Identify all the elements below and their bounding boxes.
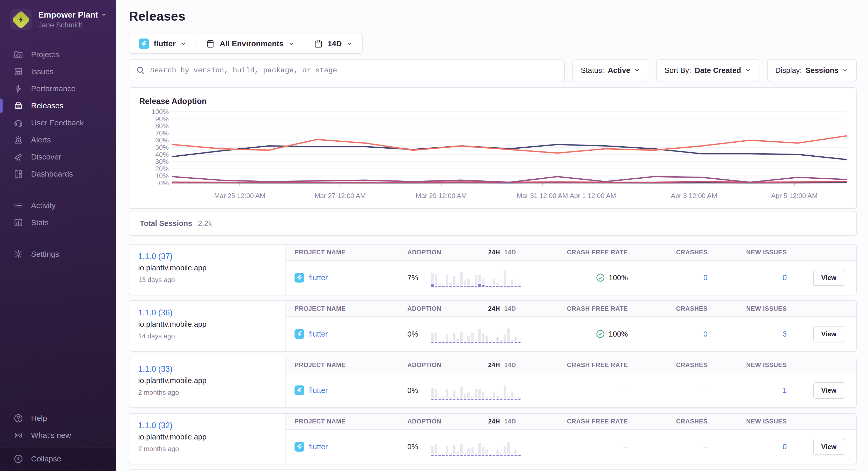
sidebar-item-user-feedback[interactable]: User Feedback — [0, 114, 116, 131]
view-button[interactable]: View — [813, 270, 844, 286]
sidebar-item-projects[interactable]: Projects — [0, 46, 116, 63]
project-link[interactable]: flutter — [309, 386, 328, 395]
environment-filter[interactable]: All Environments — [196, 34, 304, 53]
svg-text:Apr 1 12:00 AM: Apr 1 12:00 AM — [569, 192, 616, 200]
column-project-name: Project Name — [286, 361, 407, 369]
toggle-24h[interactable]: 24H — [488, 249, 500, 256]
sort-by-dropdown[interactable]: Sort By: Date Created — [656, 60, 759, 81]
column-adoption: Adoption — [407, 249, 441, 256]
release-table-row: flutter 0% — [286, 430, 856, 464]
project-link[interactable]: flutter — [309, 273, 328, 282]
flutter-icon — [294, 273, 304, 282]
sidebar-item-discover[interactable]: Discover — [0, 148, 116, 165]
view-button[interactable]: View — [813, 326, 844, 342]
crashes-cell: 0 — [628, 330, 708, 338]
sidebar-item-alerts[interactable]: Alerts — [0, 131, 116, 148]
chevron-down-icon — [288, 41, 294, 47]
svg-text:60%: 60% — [155, 136, 169, 144]
release-info: 1.1.0 (36) io.planttv.mobile.app 14 days… — [129, 301, 286, 351]
sparkline-bar — [438, 454, 441, 456]
sidebar-item-activity[interactable]: Activity — [0, 197, 116, 214]
release-version-link[interactable]: 1.1.0 (37) — [138, 252, 285, 261]
sparkline-bar — [482, 392, 485, 400]
column-project-name: Project Name — [286, 249, 407, 256]
project-filter[interactable]: flutter — [129, 34, 196, 53]
project-link[interactable]: flutter — [309, 443, 328, 451]
spark-range-toggle: 24H 14D — [488, 361, 516, 369]
crashes-cell: 0 — [628, 273, 708, 282]
sparkline-bar — [482, 447, 485, 456]
new-issues-link[interactable]: 0 — [783, 273, 787, 282]
release-version-link[interactable]: 1.1.0 (32) — [138, 421, 285, 430]
display-dropdown[interactable]: Display: Sessions — [767, 60, 857, 81]
sort-label: Sort By: — [664, 66, 691, 75]
status-dropdown[interactable]: Status: Active — [572, 60, 648, 81]
sparkline-bar — [504, 446, 506, 456]
search-input[interactable] — [150, 66, 557, 74]
release-adoption-panel: Release Adoption 0%10%20%30%40%50%60%70%… — [129, 88, 857, 209]
sparkline-bar — [467, 448, 470, 456]
column-crash-free-rate: Crash Free Rate — [516, 249, 628, 256]
sidebar-item-label: Collapse — [31, 455, 61, 463]
toggle-24h[interactable]: 24H — [488, 305, 500, 312]
sidebar-item-collapse[interactable]: Collapse — [0, 450, 116, 467]
release-table-header: Project Name Adoption 24H 14D Crash Free… — [286, 244, 856, 261]
sidebar-item-help[interactable]: Help — [0, 410, 116, 427]
crash-free-rate-cell: – — [516, 443, 628, 451]
sparkline-bar — [493, 341, 495, 343]
sidebar-item-dashboards[interactable]: Dashboards — [0, 165, 116, 182]
sparkline-bar — [500, 340, 503, 343]
new-issues-link[interactable]: 1 — [783, 386, 787, 395]
release-card: 1.1.0 (33) io.planttv.mobile.app 2 month… — [129, 357, 857, 408]
sidebar-item-label: Alerts — [31, 135, 51, 144]
crashes-cell: – — [628, 443, 708, 451]
toggle-14d[interactable]: 14D — [504, 249, 516, 256]
column-new-issues: New Issues — [708, 361, 787, 369]
sparkline-bar — [496, 396, 499, 400]
toggle-24h[interactable]: 24H — [488, 361, 500, 369]
activity-icon — [13, 201, 23, 210]
sidebar-item-whats-new[interactable]: What's new — [0, 427, 116, 444]
svg-text:90%: 90% — [155, 115, 169, 123]
view-button[interactable]: View — [813, 439, 844, 455]
new-issues-link[interactable]: 0 — [783, 443, 787, 451]
sidebar-item-performance[interactable]: Performance — [0, 80, 116, 97]
sidebar-item-releases[interactable]: Releases — [0, 97, 116, 114]
column-new-issues: New Issues — [708, 418, 787, 425]
release-card-partial — [129, 469, 857, 471]
new-issues-link[interactable]: 3 — [783, 330, 787, 338]
sparkline-bar — [478, 275, 481, 287]
crashes-link[interactable]: 0 — [704, 273, 708, 282]
date-range-filter[interactable]: 14D — [304, 34, 362, 53]
view-button[interactable]: View — [813, 382, 844, 399]
toggle-14d[interactable]: 14D — [504, 305, 516, 312]
sparkline-bar — [442, 341, 444, 343]
crashes-link[interactable]: 0 — [704, 330, 708, 338]
toggle-14d[interactable]: 14D — [504, 361, 516, 369]
sparkline-bar — [460, 272, 463, 287]
flutter-icon — [294, 329, 304, 339]
column-adoption: Adoption — [407, 305, 441, 312]
sidebar-item-settings[interactable]: Settings — [0, 245, 116, 263]
sidebar-item-issues[interactable]: Issues — [0, 63, 116, 80]
total-sessions-bar: Total Sessions 2.2k — [129, 211, 857, 236]
column-adoption: Adoption — [407, 418, 441, 425]
settings-icon — [13, 249, 23, 259]
svg-text:Mar 27 12:00 AM: Mar 27 12:00 AM — [314, 192, 366, 200]
sidebar-item-stats[interactable]: Stats — [0, 214, 116, 231]
toggle-24h[interactable]: 24H — [488, 418, 500, 425]
page-filter-bar: flutter All Environments 14D — [129, 34, 363, 54]
svg-text:0%: 0% — [159, 179, 169, 187]
svg-text:20%: 20% — [155, 165, 169, 173]
org-switcher[interactable]: Empower Plant Jane Schmidt — [0, 7, 116, 32]
release-version-link[interactable]: 1.1.0 (36) — [138, 308, 285, 317]
new-issues-cell: 1 — [708, 386, 787, 395]
adoption-value: 0% — [407, 443, 430, 451]
project-link[interactable]: flutter — [309, 330, 328, 338]
release-version-link[interactable]: 1.1.0 (33) — [138, 365, 285, 374]
sparkline-bar — [431, 388, 434, 400]
sparkline-bar — [493, 279, 495, 287]
sparkline-bar — [457, 397, 459, 400]
toggle-14d[interactable]: 14D — [504, 418, 516, 425]
check-circle-icon — [596, 273, 605, 282]
